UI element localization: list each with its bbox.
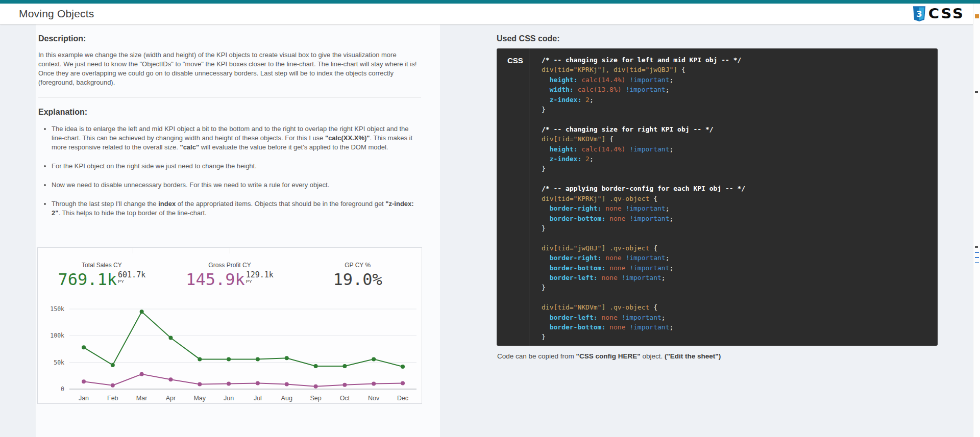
page-title: Moving Objects [19, 8, 94, 20]
description-text: In this example we change the size (widt… [38, 50, 421, 87]
kpi-gp-percent[interactable]: GP CY % 19.0% [293, 248, 422, 299]
svg-text:Feb: Feb [107, 395, 118, 402]
explanation-list: The idea is to enlarge the left and mid … [38, 124, 421, 218]
scrollbar-mark [975, 262, 979, 263]
logo-text: CSS [928, 6, 965, 21]
code-language-label: CSS [497, 48, 529, 346]
kpi-row: Total Sales CY 769.1k 601.7k PY Gross Pr… [38, 248, 422, 299]
svg-text:3: 3 [916, 9, 922, 18]
kpi-sub-value: 601.7k [118, 271, 145, 279]
kpi-label: Gross Profit CY [166, 262, 294, 269]
line-chart[interactable]: 050k100k150kJanFebMarAprMayJunJulAugSepO… [38, 299, 423, 404]
svg-text:Jun: Jun [224, 395, 234, 402]
css-code-section: Used CSS code: CSS /* -- changing size f… [497, 24, 938, 360]
css3-shield-icon: 3 [913, 6, 926, 22]
section-divider [38, 97, 421, 97]
svg-text:Nov: Nov [368, 395, 380, 402]
app-header: Moving Objects 3 CSS [0, 4, 980, 24]
scrollbar-mark [975, 91, 978, 93]
svg-text:100k: 100k [50, 332, 64, 339]
kpi-gross-profit[interactable]: Gross Profit CY 145.9k 129.1k PY [166, 248, 294, 299]
svg-text:May: May [193, 395, 206, 402]
explanation-bullet: For the KPI object on the right side we … [52, 162, 421, 171]
code-block: CSS /* -- changing size for left and mid… [497, 48, 938, 346]
kpi-sub-value: 129.1k [246, 271, 274, 279]
app-root: Moving Objects 3 CSS Description: In thi… [0, 0, 980, 437]
scrollbar-mark [975, 14, 979, 18]
svg-text:Aug: Aug [281, 395, 292, 402]
svg-text:Oct: Oct [340, 395, 350, 402]
svg-text:Mar: Mar [136, 395, 148, 402]
kpi-label: GP CY % [293, 262, 422, 269]
code-body: /* -- changing size for left and mid KPI… [529, 48, 938, 346]
kpi-sub-caption: PY [118, 279, 124, 284]
svg-text:150k: 150k [50, 305, 64, 313]
svg-text:Apr: Apr [166, 395, 176, 402]
kpi-separator [230, 248, 230, 253]
svg-text:Dec: Dec [397, 395, 408, 402]
kpi-separator [133, 248, 133, 253]
svg-text:Jul: Jul [254, 395, 262, 402]
code-caption: Code can be copied from "CSS config HERE… [497, 352, 938, 360]
explanation-bullet: Through the last step I'll change the in… [52, 199, 421, 218]
kpi-label: Total Sales CY [38, 262, 166, 269]
kpi-value: 769.1k [58, 271, 117, 288]
kpi-total-sales[interactable]: Total Sales CY 769.1k 601.7k PY [38, 248, 166, 299]
scrollbar[interactable] [973, 4, 980, 437]
kpi-sub-caption: PY [246, 279, 252, 284]
svg-text:Sep: Sep [310, 395, 321, 402]
svg-text:Jan: Jan [79, 395, 89, 402]
scrollbar-mark [975, 246, 978, 248]
kpi-chart-panel: Total Sales CY 769.1k 601.7k PY Gross Pr… [37, 247, 422, 404]
scrollbar-mark [975, 257, 979, 258]
top-accent-bar [0, 0, 980, 4]
kpi-value: 145.9k [186, 271, 245, 288]
description-section: Description: In this example we change t… [38, 24, 421, 227]
scrollbar-mark [975, 252, 979, 253]
explanation-bullet: Now we need to disable unnecessary borde… [52, 181, 421, 190]
css3-logo: 3 CSS [913, 5, 965, 22]
explanation-bullet: The idea is to enlarge the left and mid … [52, 124, 421, 152]
svg-text:0: 0 [61, 385, 64, 393]
kpi-value: 19.0% [333, 271, 382, 288]
description-heading: Description: [38, 34, 421, 43]
svg-text:50k: 50k [54, 359, 64, 366]
main-content: Description: In this example we change t… [0, 24, 980, 437]
explanation-heading: Explanation: [38, 108, 421, 117]
code-heading: Used CSS code: [497, 34, 938, 43]
